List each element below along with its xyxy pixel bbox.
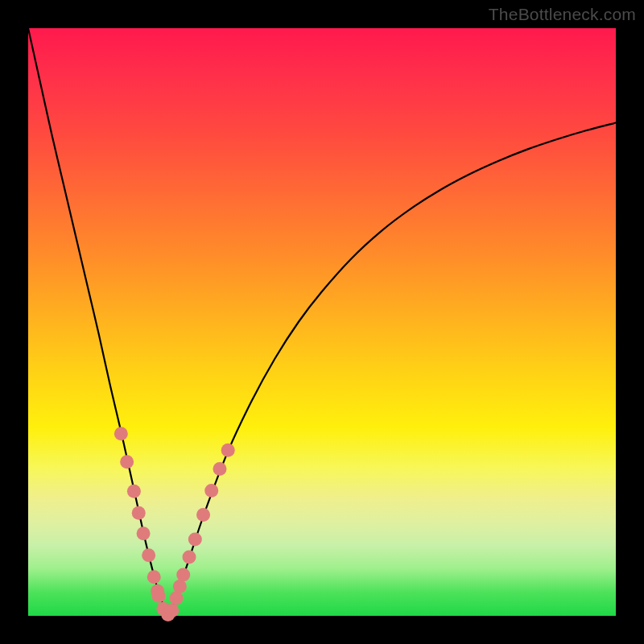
data-dot [114, 427, 128, 440]
data-dot [213, 462, 226, 476]
chart-frame: TheBottleneck.com [0, 0, 644, 644]
data-dot [196, 508, 210, 522]
dots-group [114, 427, 235, 621]
bottleneck-curve [28, 28, 616, 616]
watermark-text: TheBottleneck.com [489, 5, 636, 24]
curve-group [28, 28, 616, 616]
data-dot [132, 506, 146, 520]
data-dot [137, 526, 151, 540]
data-dot [142, 548, 155, 562]
data-dot [221, 444, 235, 457]
data-dot [176, 568, 190, 581]
data-dot [173, 580, 187, 593]
data-dot [152, 589, 166, 603]
data-dot [188, 533, 202, 547]
curve-left [28, 28, 169, 616]
data-dot [204, 484, 218, 497]
curve-right [169, 123, 616, 616]
data-dot [127, 485, 141, 498]
plot-area [28, 28, 616, 616]
data-dot [183, 551, 196, 564]
data-dot [165, 604, 179, 617]
data-dot [169, 592, 183, 605]
data-dot [120, 455, 134, 469]
data-dot [147, 570, 161, 584]
